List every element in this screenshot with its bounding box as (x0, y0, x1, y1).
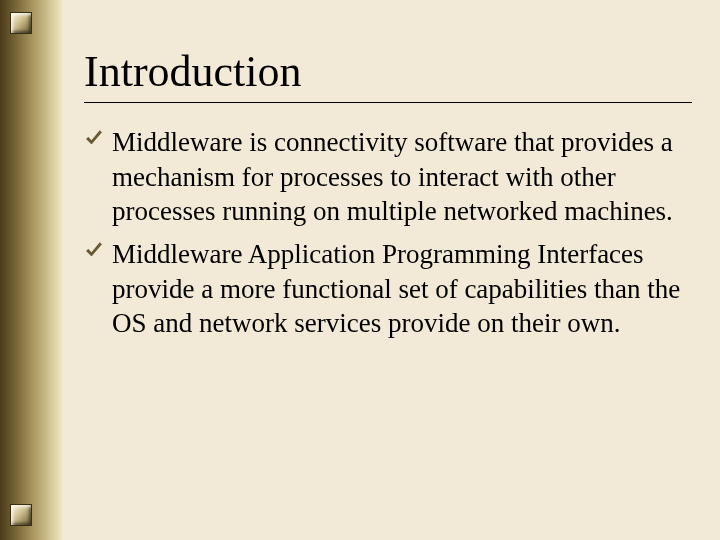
checkmark-icon (84, 129, 104, 149)
title-underline (84, 102, 692, 103)
list-item: Middleware is connectivity software that… (84, 125, 692, 229)
slide-content: Introduction Middleware is connectivity … (84, 48, 692, 349)
checkmark-icon (84, 241, 104, 261)
bevel-square-top (10, 12, 32, 34)
list-item: Middleware Application Programming Inter… (84, 237, 692, 341)
bullet-text: Middleware Application Programming Inter… (112, 239, 680, 338)
bullet-list: Middleware is connectivity software that… (84, 125, 692, 340)
slide-title: Introduction (84, 48, 692, 96)
bullet-text: Middleware is connectivity software that… (112, 127, 673, 226)
bevel-square-bottom (10, 504, 32, 526)
decorative-left-gradient (0, 0, 64, 540)
